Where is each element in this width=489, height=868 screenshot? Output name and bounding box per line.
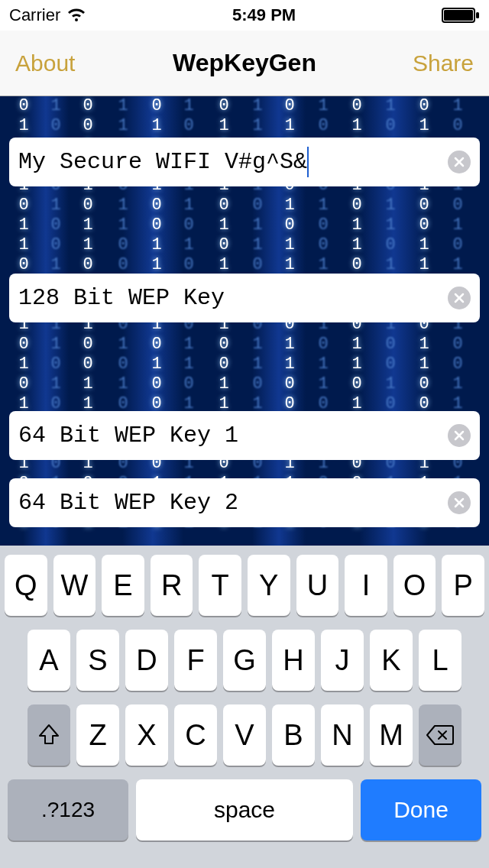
key-space[interactable]: space <box>136 779 353 840</box>
status-bar: Carrier 5:49 PM <box>0 0 489 31</box>
key-k[interactable]: K <box>370 630 413 691</box>
close-icon <box>454 430 465 441</box>
key-mode[interactable]: .?123 <box>8 779 128 840</box>
key-f[interactable]: F <box>174 630 217 691</box>
keyboard: Q W E R T Y U I O P A S D F G H J K L Z … <box>0 546 489 868</box>
close-icon <box>454 497 465 508</box>
clear-key64-1-button[interactable] <box>448 424 471 447</box>
key-i[interactable]: I <box>345 555 387 616</box>
svg-rect-1 <box>444 10 473 21</box>
clear-key128-button[interactable] <box>448 287 471 309</box>
key-shift[interactable] <box>28 704 70 766</box>
keyboard-row-1: Q W E R T Y U I O P <box>5 555 484 616</box>
clear-passphrase-button[interactable] <box>448 151 471 173</box>
status-time: 5:49 PM <box>232 5 296 25</box>
key-64-2-label: 64 Bit WEP Key 2 <box>18 490 448 516</box>
about-button[interactable]: About <box>15 50 75 76</box>
key-g[interactable]: G <box>223 630 266 691</box>
key-z[interactable]: Z <box>76 704 119 766</box>
key-done[interactable]: Done <box>361 779 481 840</box>
key-128-label: 128 Bit WEP Key <box>18 285 448 311</box>
passphrase-field[interactable]: My Secure WIFI V#g^S& <box>9 138 480 186</box>
key-v[interactable]: V <box>223 704 266 766</box>
close-icon <box>454 157 465 167</box>
keyboard-row-3: Z X C V B N M <box>5 704 484 766</box>
key-m[interactable]: M <box>370 704 413 766</box>
carrier-label: Carrier <box>9 5 60 25</box>
wifi-icon <box>66 8 86 23</box>
key-q[interactable]: Q <box>5 555 47 616</box>
key-h[interactable]: H <box>272 630 315 691</box>
key-b[interactable]: B <box>272 704 315 766</box>
key-o[interactable]: O <box>393 555 436 616</box>
key-64-1-label: 64 Bit WEP Key 1 <box>18 423 448 449</box>
key-64-1-field[interactable]: 64 Bit WEP Key 1 <box>9 411 480 460</box>
key-t[interactable]: T <box>199 555 241 616</box>
passphrase-value: My Secure WIFI V#g^S& <box>18 149 307 175</box>
key-w[interactable]: W <box>53 555 96 616</box>
key-d[interactable]: D <box>125 630 168 691</box>
share-button[interactable]: Share <box>413 50 474 76</box>
key-l[interactable]: L <box>419 630 461 691</box>
svg-rect-2 <box>476 12 479 18</box>
key-c[interactable]: C <box>174 704 217 766</box>
key-s[interactable]: S <box>76 630 119 691</box>
key-n[interactable]: N <box>321 704 364 766</box>
key-j[interactable]: J <box>321 630 364 691</box>
text-caret <box>307 147 309 177</box>
key-y[interactable]: Y <box>248 555 290 616</box>
key-p[interactable]: P <box>442 555 484 616</box>
keyboard-row-4: .?123 space Done <box>5 779 484 840</box>
clear-key64-2-button[interactable] <box>448 491 471 514</box>
backspace-icon <box>426 724 455 746</box>
key-a[interactable]: A <box>28 630 70 691</box>
key-e[interactable]: E <box>102 555 144 616</box>
key-r[interactable]: R <box>151 555 193 616</box>
close-icon <box>454 293 465 303</box>
shift-icon <box>37 724 61 747</box>
nav-bar: About WepKeyGen Share <box>0 31 489 96</box>
battery-icon <box>442 8 480 23</box>
key-u[interactable]: U <box>296 555 339 616</box>
key-x[interactable]: X <box>125 704 168 766</box>
key-64-2-field[interactable]: 64 Bit WEP Key 2 <box>9 478 480 527</box>
key-backspace[interactable] <box>419 704 461 766</box>
keyboard-row-2: A S D F G H J K L <box>5 630 484 691</box>
content-area: 0110101100110101011010 10110100110110100… <box>0 96 489 546</box>
key-128-field[interactable]: 128 Bit WEP Key <box>9 274 480 322</box>
